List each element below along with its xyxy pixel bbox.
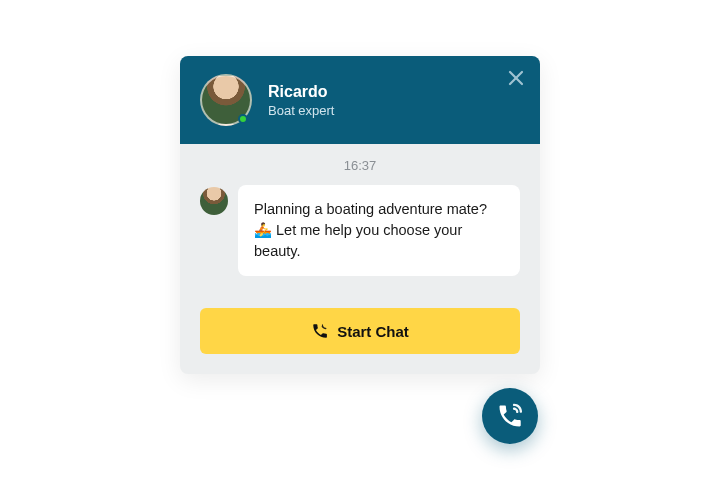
chat-fab-button[interactable] xyxy=(482,388,538,444)
agent-info: Ricardo Boat expert xyxy=(268,82,335,118)
close-button[interactable] xyxy=(506,68,526,88)
message-timestamp: 16:37 xyxy=(200,156,520,185)
chat-header: Ricardo Boat expert xyxy=(180,56,540,144)
phone-icon xyxy=(311,322,329,340)
chat-widget: Ricardo Boat expert 16:37 Planning a boa… xyxy=(180,56,540,374)
agent-role: Boat expert xyxy=(268,103,335,118)
status-online-icon xyxy=(238,114,248,124)
message-avatar xyxy=(200,187,228,215)
chat-body: 16:37 Planning a boating adventure mate?… xyxy=(180,144,540,374)
close-icon xyxy=(506,68,526,88)
start-chat-label: Start Chat xyxy=(337,323,409,340)
agent-avatar-wrap xyxy=(200,74,252,126)
start-chat-button[interactable]: Start Chat xyxy=(200,308,520,354)
message-bubble: Planning a boating adventure mate? 🚣 Let… xyxy=(238,185,520,276)
agent-name: Ricardo xyxy=(268,82,335,101)
message-row: Planning a boating adventure mate? 🚣 Let… xyxy=(200,185,520,276)
phone-icon xyxy=(496,402,524,430)
